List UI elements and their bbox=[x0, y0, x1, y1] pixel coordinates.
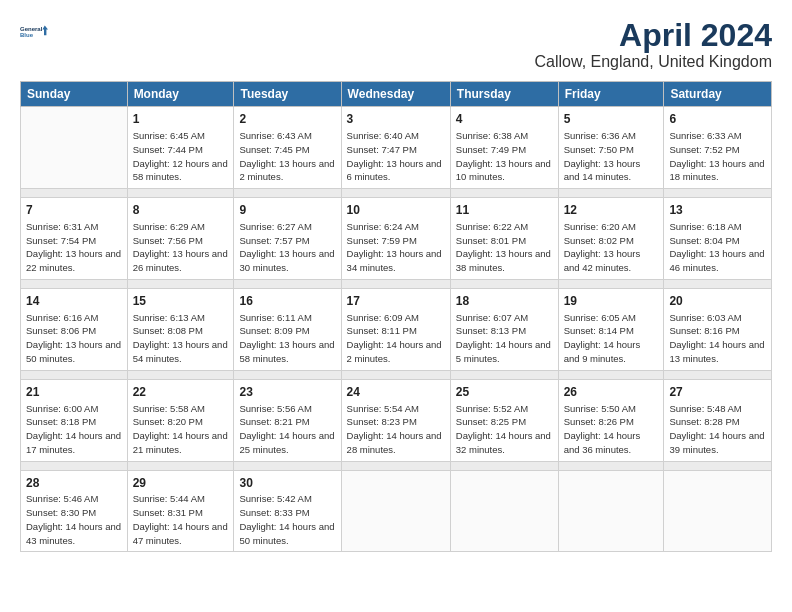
calendar-week-row: 14Sunrise: 6:16 AMSunset: 8:06 PMDayligh… bbox=[21, 288, 772, 370]
calendar-cell: 23Sunrise: 5:56 AMSunset: 8:21 PMDayligh… bbox=[234, 379, 341, 461]
calendar-week-row: 21Sunrise: 6:00 AMSunset: 8:18 PMDayligh… bbox=[21, 379, 772, 461]
day-info: Sunrise: 6:22 AMSunset: 8:01 PMDaylight:… bbox=[456, 220, 553, 275]
calendar-cell: 29Sunrise: 5:44 AMSunset: 8:31 PMDayligh… bbox=[127, 470, 234, 552]
calendar-cell: 26Sunrise: 5:50 AMSunset: 8:26 PMDayligh… bbox=[558, 379, 664, 461]
day-number: 30 bbox=[239, 475, 335, 492]
day-info: Sunrise: 6:29 AMSunset: 7:56 PMDaylight:… bbox=[133, 220, 229, 275]
day-info: Sunrise: 6:40 AMSunset: 7:47 PMDaylight:… bbox=[347, 129, 445, 184]
day-info: Sunrise: 6:05 AMSunset: 8:14 PMDaylight:… bbox=[564, 311, 659, 366]
calendar-week-row: 1Sunrise: 6:45 AMSunset: 7:44 PMDaylight… bbox=[21, 107, 772, 189]
day-info: Sunrise: 5:54 AMSunset: 8:23 PMDaylight:… bbox=[347, 402, 445, 457]
col-thursday: Thursday bbox=[450, 82, 558, 107]
day-number: 26 bbox=[564, 384, 659, 401]
day-info: Sunrise: 6:43 AMSunset: 7:45 PMDaylight:… bbox=[239, 129, 335, 184]
day-number: 9 bbox=[239, 202, 335, 219]
calendar-cell: 21Sunrise: 6:00 AMSunset: 8:18 PMDayligh… bbox=[21, 379, 128, 461]
day-number: 19 bbox=[564, 293, 659, 310]
day-info: Sunrise: 6:31 AMSunset: 7:54 PMDaylight:… bbox=[26, 220, 122, 275]
day-info: Sunrise: 6:38 AMSunset: 7:49 PMDaylight:… bbox=[456, 129, 553, 184]
calendar-table: Sunday Monday Tuesday Wednesday Thursday… bbox=[20, 81, 772, 552]
day-number: 6 bbox=[669, 111, 766, 128]
day-info: Sunrise: 6:11 AMSunset: 8:09 PMDaylight:… bbox=[239, 311, 335, 366]
day-info: Sunrise: 6:13 AMSunset: 8:08 PMDaylight:… bbox=[133, 311, 229, 366]
calendar-week-row: 28Sunrise: 5:46 AMSunset: 8:30 PMDayligh… bbox=[21, 470, 772, 552]
calendar-cell: 2Sunrise: 6:43 AMSunset: 7:45 PMDaylight… bbox=[234, 107, 341, 189]
day-info: Sunrise: 6:16 AMSunset: 8:06 PMDaylight:… bbox=[26, 311, 122, 366]
day-number: 20 bbox=[669, 293, 766, 310]
calendar-cell: 30Sunrise: 5:42 AMSunset: 8:33 PMDayligh… bbox=[234, 470, 341, 552]
day-number: 23 bbox=[239, 384, 335, 401]
col-monday: Monday bbox=[127, 82, 234, 107]
calendar-cell: 12Sunrise: 6:20 AMSunset: 8:02 PMDayligh… bbox=[558, 198, 664, 280]
calendar-cell: 14Sunrise: 6:16 AMSunset: 8:06 PMDayligh… bbox=[21, 288, 128, 370]
day-number: 13 bbox=[669, 202, 766, 219]
day-info: Sunrise: 6:00 AMSunset: 8:18 PMDaylight:… bbox=[26, 402, 122, 457]
day-info: Sunrise: 6:24 AMSunset: 7:59 PMDaylight:… bbox=[347, 220, 445, 275]
day-info: Sunrise: 6:45 AMSunset: 7:44 PMDaylight:… bbox=[133, 129, 229, 184]
day-number: 1 bbox=[133, 111, 229, 128]
day-number: 5 bbox=[564, 111, 659, 128]
day-number: 18 bbox=[456, 293, 553, 310]
day-number: 29 bbox=[133, 475, 229, 492]
row-divider bbox=[21, 461, 772, 470]
calendar-cell bbox=[21, 107, 128, 189]
day-info: Sunrise: 5:52 AMSunset: 8:25 PMDaylight:… bbox=[456, 402, 553, 457]
calendar-cell: 6Sunrise: 6:33 AMSunset: 7:52 PMDaylight… bbox=[664, 107, 772, 189]
day-info: Sunrise: 6:36 AMSunset: 7:50 PMDaylight:… bbox=[564, 129, 659, 184]
calendar-cell: 1Sunrise: 6:45 AMSunset: 7:44 PMDaylight… bbox=[127, 107, 234, 189]
day-number: 3 bbox=[347, 111, 445, 128]
col-friday: Friday bbox=[558, 82, 664, 107]
day-number: 12 bbox=[564, 202, 659, 219]
col-saturday: Saturday bbox=[664, 82, 772, 107]
day-number: 24 bbox=[347, 384, 445, 401]
day-info: Sunrise: 5:56 AMSunset: 8:21 PMDaylight:… bbox=[239, 402, 335, 457]
day-number: 22 bbox=[133, 384, 229, 401]
day-info: Sunrise: 5:42 AMSunset: 8:33 PMDaylight:… bbox=[239, 492, 335, 547]
main-title: April 2024 bbox=[535, 18, 772, 53]
calendar-cell: 13Sunrise: 6:18 AMSunset: 8:04 PMDayligh… bbox=[664, 198, 772, 280]
day-number: 17 bbox=[347, 293, 445, 310]
calendar-cell: 5Sunrise: 6:36 AMSunset: 7:50 PMDaylight… bbox=[558, 107, 664, 189]
calendar-cell: 19Sunrise: 6:05 AMSunset: 8:14 PMDayligh… bbox=[558, 288, 664, 370]
day-number: 16 bbox=[239, 293, 335, 310]
calendar-cell: 22Sunrise: 5:58 AMSunset: 8:20 PMDayligh… bbox=[127, 379, 234, 461]
day-number: 15 bbox=[133, 293, 229, 310]
day-number: 2 bbox=[239, 111, 335, 128]
calendar-cell: 25Sunrise: 5:52 AMSunset: 8:25 PMDayligh… bbox=[450, 379, 558, 461]
row-divider bbox=[21, 189, 772, 198]
calendar-cell: 17Sunrise: 6:09 AMSunset: 8:11 PMDayligh… bbox=[341, 288, 450, 370]
logo: General Blue bbox=[20, 18, 48, 46]
day-info: Sunrise: 5:50 AMSunset: 8:26 PMDaylight:… bbox=[564, 402, 659, 457]
calendar-cell: 10Sunrise: 6:24 AMSunset: 7:59 PMDayligh… bbox=[341, 198, 450, 280]
day-number: 11 bbox=[456, 202, 553, 219]
calendar-week-row: 7Sunrise: 6:31 AMSunset: 7:54 PMDaylight… bbox=[21, 198, 772, 280]
calendar-cell: 11Sunrise: 6:22 AMSunset: 8:01 PMDayligh… bbox=[450, 198, 558, 280]
day-number: 14 bbox=[26, 293, 122, 310]
row-divider bbox=[21, 370, 772, 379]
calendar-cell bbox=[341, 470, 450, 552]
col-wednesday: Wednesday bbox=[341, 82, 450, 107]
col-sunday: Sunday bbox=[21, 82, 128, 107]
col-tuesday: Tuesday bbox=[234, 82, 341, 107]
day-number: 25 bbox=[456, 384, 553, 401]
day-info: Sunrise: 5:58 AMSunset: 8:20 PMDaylight:… bbox=[133, 402, 229, 457]
calendar-cell: 27Sunrise: 5:48 AMSunset: 8:28 PMDayligh… bbox=[664, 379, 772, 461]
day-number: 10 bbox=[347, 202, 445, 219]
calendar-cell: 8Sunrise: 6:29 AMSunset: 7:56 PMDaylight… bbox=[127, 198, 234, 280]
calendar-cell bbox=[664, 470, 772, 552]
calendar-cell: 7Sunrise: 6:31 AMSunset: 7:54 PMDaylight… bbox=[21, 198, 128, 280]
calendar-cell: 3Sunrise: 6:40 AMSunset: 7:47 PMDaylight… bbox=[341, 107, 450, 189]
day-info: Sunrise: 5:48 AMSunset: 8:28 PMDaylight:… bbox=[669, 402, 766, 457]
svg-marker-2 bbox=[42, 26, 48, 36]
day-number: 7 bbox=[26, 202, 122, 219]
location-subtitle: Callow, England, United Kingdom bbox=[535, 53, 772, 71]
day-info: Sunrise: 5:46 AMSunset: 8:30 PMDaylight:… bbox=[26, 492, 122, 547]
logo-icon: General Blue bbox=[20, 18, 48, 46]
day-number: 21 bbox=[26, 384, 122, 401]
calendar-cell: 24Sunrise: 5:54 AMSunset: 8:23 PMDayligh… bbox=[341, 379, 450, 461]
svg-text:Blue: Blue bbox=[20, 32, 34, 38]
calendar-cell: 4Sunrise: 6:38 AMSunset: 7:49 PMDaylight… bbox=[450, 107, 558, 189]
day-number: 8 bbox=[133, 202, 229, 219]
calendar-cell: 9Sunrise: 6:27 AMSunset: 7:57 PMDaylight… bbox=[234, 198, 341, 280]
calendar-cell: 20Sunrise: 6:03 AMSunset: 8:16 PMDayligh… bbox=[664, 288, 772, 370]
